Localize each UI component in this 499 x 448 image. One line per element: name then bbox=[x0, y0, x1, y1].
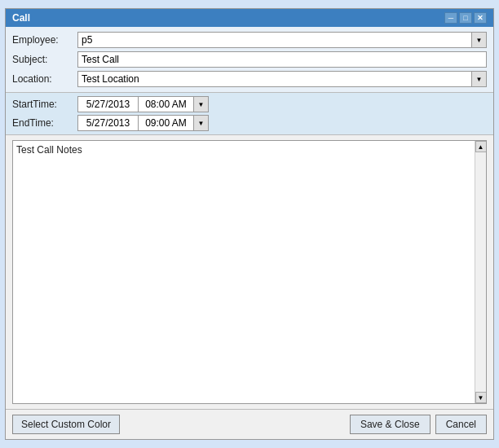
subject-label: Subject: bbox=[12, 54, 77, 65]
location-input[interactable] bbox=[77, 71, 472, 87]
location-dropdown-wrapper: ▼ bbox=[77, 71, 487, 87]
footer-left: Select Custom Color bbox=[12, 415, 120, 434]
employee-label: Employee: bbox=[12, 34, 77, 46]
endtime-label: EndTime: bbox=[12, 117, 77, 129]
title-bar: Call ─ □ ✕ bbox=[6, 9, 493, 27]
select-custom-color-button[interactable]: Select Custom Color bbox=[12, 415, 120, 434]
starttime-inputs: ▼ bbox=[77, 96, 209, 112]
endtime-dropdown-button[interactable]: ▼ bbox=[194, 115, 209, 131]
maximize-button[interactable]: □ bbox=[459, 12, 472, 24]
starttime-label: StartTime: bbox=[12, 99, 77, 110]
subject-control bbox=[77, 51, 487, 68]
starttime-time-input[interactable] bbox=[139, 96, 194, 112]
footer: Select Custom Color Save & Close Cancel bbox=[6, 409, 493, 439]
employee-input[interactable] bbox=[77, 32, 472, 48]
location-row: Location: ▼ bbox=[12, 71, 487, 87]
employee-row: Employee: ▼ bbox=[12, 32, 487, 48]
notes-area: Test Call Notes ▲ ▼ bbox=[12, 140, 487, 404]
title-bar-controls: ─ □ ✕ bbox=[444, 12, 487, 24]
endtime-date-input[interactable] bbox=[77, 115, 139, 131]
save-close-button[interactable]: Save & Close bbox=[350, 415, 431, 434]
scrollbar-down-button[interactable]: ▼ bbox=[475, 392, 487, 403]
scrollbar-track: ▲ ▼ bbox=[475, 141, 486, 403]
footer-right: Save & Close Cancel bbox=[350, 415, 487, 434]
close-button[interactable]: ✕ bbox=[474, 12, 487, 24]
endtime-time-input[interactable] bbox=[139, 115, 194, 131]
subject-row: Subject: bbox=[12, 51, 487, 68]
datetime-section: StartTime: ▼ EndTime: ▼ bbox=[6, 93, 493, 135]
starttime-row: StartTime: ▼ bbox=[12, 96, 487, 112]
endtime-inputs: ▼ bbox=[77, 115, 209, 131]
notes-textarea[interactable]: Test Call Notes bbox=[13, 141, 475, 403]
scrollbar-up-button[interactable]: ▲ bbox=[475, 141, 487, 152]
employee-dropdown-wrapper: ▼ bbox=[77, 32, 487, 48]
employee-control: ▼ bbox=[77, 32, 487, 48]
employee-dropdown-button[interactable]: ▼ bbox=[472, 32, 487, 48]
location-dropdown-button[interactable]: ▼ bbox=[472, 71, 487, 87]
endtime-row: EndTime: ▼ bbox=[12, 115, 487, 131]
window-title: Call bbox=[12, 12, 30, 24]
starttime-date-input[interactable] bbox=[77, 96, 139, 112]
cancel-button[interactable]: Cancel bbox=[435, 415, 487, 434]
subject-input[interactable] bbox=[77, 51, 487, 68]
location-control: ▼ bbox=[77, 71, 487, 87]
starttime-dropdown-button[interactable]: ▼ bbox=[194, 96, 209, 112]
form-area: Employee: ▼ Subject: Location: ▼ bbox=[6, 27, 493, 93]
minimize-button[interactable]: ─ bbox=[444, 12, 457, 24]
location-label: Location: bbox=[12, 73, 77, 85]
